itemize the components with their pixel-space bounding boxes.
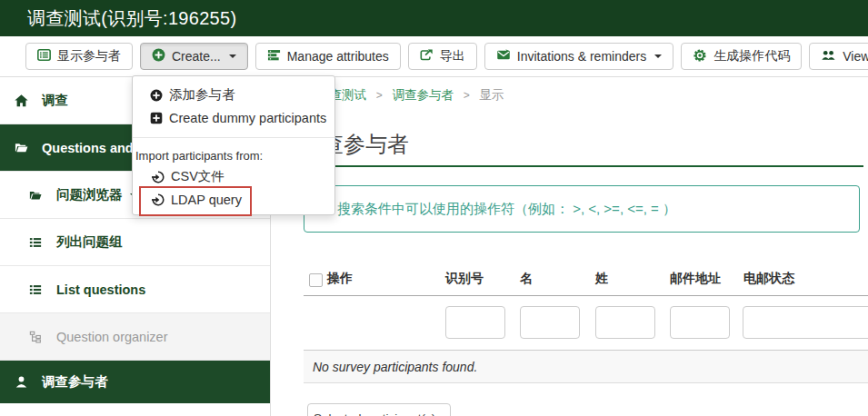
invitations-reminders-label: Invitations & reminders — [517, 49, 646, 64]
sidebar-item-label: List questions — [56, 282, 145, 297]
export-icon — [420, 48, 434, 64]
filter-firstname-input[interactable] — [520, 306, 580, 339]
sidebar-item-label: 调查参与者 — [42, 373, 108, 391]
plus-square-icon — [150, 112, 163, 124]
column-header-action: 操作 — [327, 271, 353, 287]
list-icon — [27, 236, 44, 249]
organizer-icon — [27, 331, 44, 343]
breadcrumb-separator: > — [464, 89, 470, 102]
import-icon — [152, 193, 165, 206]
create-dropdown-menu: 添加参与者 Create dummy participants Import p… — [132, 75, 335, 215]
gear-icon — [693, 48, 707, 65]
tasks-icon — [267, 48, 281, 64]
sidebar-item-label: Question organizer — [56, 330, 168, 344]
view-in-cpdb-button[interactable]: View in CPDB — [809, 43, 868, 70]
column-header-lastname[interactable]: 姓 — [595, 271, 608, 287]
display-participants-button[interactable]: 显示参与者 — [25, 43, 133, 70]
column-header-token[interactable]: 识别号 — [445, 271, 484, 287]
menu-section-header: Import participants from: — [133, 145, 334, 165]
column-header-firstname[interactable]: 名 — [520, 271, 533, 287]
view-in-cpdb-label: View in CPDB — [843, 49, 868, 64]
selected-participants-button[interactable]: Selected participant(s)... — [307, 403, 451, 416]
empty-message: No survey participants found. — [313, 360, 477, 374]
sidebar-item-list-question-groups[interactable]: 列出问题组 — [0, 219, 270, 266]
breadcrumb: 调查测试 > 调查参与者 > 显示 — [317, 87, 504, 104]
invitations-reminders-button[interactable]: Invitations & reminders — [484, 43, 673, 70]
folder-open-icon — [13, 141, 29, 154]
export-button[interactable]: 导出 — [408, 43, 477, 70]
generate-tokens-label: 生成操作代码 — [713, 48, 790, 64]
envelope-icon — [496, 48, 511, 64]
table-header-divider — [304, 295, 868, 296]
plus-circle-icon — [152, 48, 165, 64]
main-content: 调查测试 > 调查参与者 > 显示 调查参与者 ? 搜索条件中可以使用的操作符（… — [271, 77, 868, 416]
sidebar-item-question-organizer[interactable]: Question organizer — [0, 313, 270, 361]
create-button[interactable]: Create... — [140, 43, 248, 70]
manage-attributes-label: Manage attributes — [287, 49, 389, 64]
participants-toolbar: 显示参与者 Create... Manage attributes 导出 — [0, 36, 868, 77]
export-label: 导出 — [440, 48, 465, 64]
caret-down-icon — [654, 54, 662, 58]
users-icon — [821, 48, 836, 64]
create-label: Create... — [172, 49, 221, 64]
breadcrumb-separator: > — [376, 89, 383, 102]
menu-item-label: CSV文件 — [171, 168, 224, 185]
sidebar-item-list-questions[interactable]: List questions — [0, 266, 270, 313]
list-icon — [27, 283, 44, 296]
menu-divider — [133, 137, 334, 138]
user-icon — [13, 375, 29, 389]
menu-item-label: 添加参与者 — [169, 86, 235, 104]
breadcrumb-current: 显示 — [480, 88, 504, 102]
menu-item-create-dummy-participants[interactable]: Create dummy participants — [133, 106, 334, 129]
filter-email-input[interactable] — [670, 306, 730, 339]
empty-table-row: No survey participants found. — [304, 351, 868, 383]
select-all-checkbox[interactable] — [309, 273, 323, 287]
survey-title-bar: 调查测试(识别号:196255) — [0, 0, 868, 36]
survey-title: 调查测试(识别号:196255) — [27, 0, 236, 36]
menu-item-import-ldap[interactable]: LDAP query — [133, 188, 334, 211]
folder-open-icon — [27, 189, 44, 202]
limesurvey-participants-page: 调查测试(识别号:196255) 显示参与者 Create... Manage … — [0, 0, 868, 416]
search-operators-hint: ? 搜索条件中可以使用的操作符（例如： >, <, >=, <=, = ） — [304, 185, 860, 233]
menu-item-import-csv[interactable]: CSV文件 — [133, 165, 334, 188]
column-header-emailstatus[interactable]: 电邮状态 — [743, 271, 794, 287]
sidebar-item-label: 调查 — [42, 92, 68, 109]
menu-item-add-participant[interactable]: 添加参与者 — [133, 84, 334, 106]
plus-circle-icon — [150, 89, 163, 102]
filter-lastname-input[interactable] — [595, 306, 655, 339]
list-alt-icon — [37, 48, 51, 64]
breadcrumb-link-participants[interactable]: 调查参与者 — [393, 88, 454, 102]
sidebar-item-label: 列出问题组 — [56, 233, 123, 251]
import-icon — [152, 171, 165, 183]
home-icon — [13, 94, 29, 108]
filter-emailstatus-input[interactable] — [743, 306, 868, 339]
title-underline — [300, 165, 863, 167]
menu-item-label: LDAP query — [171, 193, 242, 207]
manage-attributes-button[interactable]: Manage attributes — [255, 43, 401, 70]
sidebar-item-label: 问题浏览器 — [56, 186, 123, 203]
caret-down-icon — [229, 54, 236, 58]
sidebar-item-survey-participants[interactable]: 调查参与者 — [0, 361, 270, 403]
filter-token-input[interactable] — [445, 306, 505, 339]
search-operators-hint-text: 搜索条件中可以使用的操作符（例如： >, <, >=, <=, = ） — [337, 201, 676, 218]
menu-item-label: Create dummy participants — [169, 111, 326, 125]
display-participants-label: 显示参与者 — [57, 48, 121, 64]
column-header-email[interactable]: 邮件地址 — [670, 271, 721, 287]
generate-tokens-button[interactable]: 生成操作代码 — [681, 43, 802, 70]
